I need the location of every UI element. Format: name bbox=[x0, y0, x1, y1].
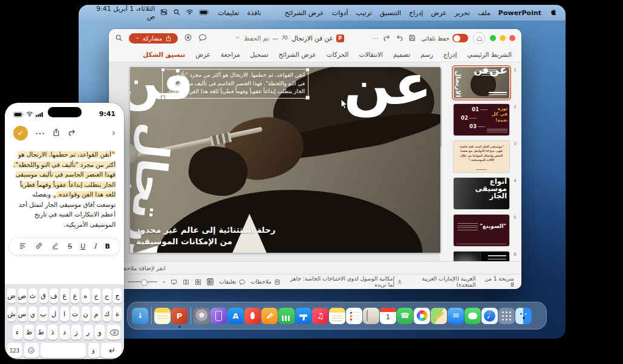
redo-icon[interactable] bbox=[383, 34, 391, 43]
comment-icon[interactable] bbox=[198, 33, 207, 43]
highlighted-text[interactable]: أتقن القواعد، ثم حطمها. الارتجال هو أكثر… bbox=[13, 151, 116, 198]
iphone-document-text[interactable]: أتقن القواعد، ثم حطمها. الارتجال هو أكثر… bbox=[5, 143, 124, 230]
return-key[interactable] bbox=[101, 343, 122, 358]
italic-button[interactable]: I bbox=[94, 242, 96, 250]
dock-app-rocket[interactable] bbox=[244, 308, 261, 324]
share-button[interactable]: مشاركة bbox=[129, 33, 178, 44]
keyboard-key[interactable]: س bbox=[18, 307, 27, 322]
dock-app-music[interactable]: ♫ bbox=[312, 308, 328, 324]
slide-thumbnail-1[interactable]: عن فن الارتجال bbox=[454, 67, 509, 99]
minimize-button[interactable] bbox=[500, 35, 506, 41]
keyboard-key[interactable]: غ bbox=[60, 288, 69, 304]
menu-format[interactable]: التنسيق bbox=[380, 9, 401, 17]
keyboard-key[interactable]: و bbox=[95, 325, 105, 340]
menu-help[interactable]: تعليمات bbox=[218, 9, 239, 17]
language-status[interactable]: العربية (الإمارات العربية المتحدة) bbox=[411, 276, 476, 288]
link-icon[interactable] bbox=[35, 241, 43, 252]
tab-insert[interactable]: إدراج bbox=[443, 51, 457, 58]
keyboard-key[interactable]: ع bbox=[71, 288, 79, 304]
undo-icon[interactable] bbox=[396, 34, 403, 43]
zoom-slider[interactable] bbox=[128, 281, 157, 282]
dock-app-stickies[interactable] bbox=[154, 308, 171, 324]
save-icon[interactable] bbox=[408, 34, 416, 43]
selection-handle-start[interactable] bbox=[112, 151, 115, 154]
redo-icon[interactable] bbox=[68, 128, 76, 139]
notes-button[interactable]: ملاحظات bbox=[251, 279, 281, 285]
dock-app-notes[interactable] bbox=[329, 308, 345, 324]
record-icon[interactable] bbox=[184, 33, 192, 43]
strikethrough-button[interactable]: S bbox=[68, 242, 72, 250]
slide-thumbnail-3[interactable]: "موسيقى الجاز أشبه بلغة خاصة، فهي تتيح ل… bbox=[454, 141, 509, 172]
dock-divider[interactable] bbox=[188, 305, 193, 326]
keyboard-key[interactable]: ت bbox=[71, 307, 79, 322]
dock-app-contacts[interactable] bbox=[363, 308, 379, 324]
keyboard-key[interactable]: ر bbox=[83, 325, 93, 340]
tab-home[interactable]: الشريط الرئيسي bbox=[467, 51, 512, 58]
slide-thumbnail-6[interactable] bbox=[454, 252, 509, 261]
slide-1-main[interactable]: عن فن الارتجال أتقن القواعد، ثم حطمها. ا… bbox=[130, 67, 440, 253]
comments-button[interactable]: تعليقات bbox=[219, 279, 245, 285]
keyboard-key[interactable]: خ bbox=[92, 288, 100, 304]
dock-app-photos[interactable] bbox=[414, 308, 430, 324]
tab-shape-format[interactable]: تنسيق الشكل bbox=[143, 51, 185, 58]
dock-divider[interactable] bbox=[149, 305, 154, 326]
tab-transitions[interactable]: الانتقالات bbox=[359, 51, 383, 58]
chevron-down-icon[interactable] bbox=[235, 34, 241, 42]
keyboard-key[interactable]: ح bbox=[103, 288, 111, 304]
slide-caption[interactable]: رحلة استثنائية إلى عالم غير محدود من الإ… bbox=[136, 224, 276, 248]
tab-draw[interactable]: رسم bbox=[420, 51, 433, 58]
highlight-pen-icon[interactable] bbox=[51, 241, 59, 252]
dock-app-reminders[interactable] bbox=[346, 308, 362, 324]
tab-record[interactable]: تسجيل bbox=[250, 51, 269, 58]
menu-arrange[interactable]: ترتيب bbox=[356, 9, 371, 17]
dock-app-powerpoint[interactable]: P bbox=[171, 308, 188, 324]
done-button[interactable]: ✓ bbox=[13, 126, 28, 140]
dock-app-iphone-mirroring[interactable] bbox=[210, 308, 227, 324]
keyboard-key[interactable]: ه bbox=[82, 288, 90, 304]
keyboard-key[interactable]: ث bbox=[28, 288, 37, 304]
menu-window[interactable]: نافذة bbox=[247, 9, 261, 17]
tab-design[interactable]: تصميم bbox=[393, 51, 410, 58]
dock-app-phone[interactable]: ☎ bbox=[397, 308, 413, 324]
dock-downloads-folder[interactable]: ↓ bbox=[132, 308, 148, 324]
menu-edit[interactable]: تحرير bbox=[455, 9, 470, 17]
keyboard-key[interactable]: ن bbox=[82, 307, 90, 322]
slide-body-textbox-selected[interactable]: أتقن القواعد، ثم حطمها. الارتجال هو أكثر… bbox=[162, 69, 308, 99]
dock-app-app-store[interactable]: A bbox=[227, 308, 244, 324]
list-format-icon[interactable] bbox=[19, 241, 27, 252]
slide-thumbnail-2[interactable]: ثورة في كل نغمة! 01 02 03 bbox=[454, 104, 509, 135]
keyboard-key[interactable]: ص bbox=[18, 288, 27, 304]
menu-view[interactable]: عرض bbox=[431, 9, 447, 17]
keyboard-key[interactable]: ق bbox=[39, 288, 48, 304]
zoom-slider-knob[interactable] bbox=[141, 279, 148, 286]
document-title[interactable]: عن فن الارتجال bbox=[292, 34, 333, 42]
apple-logo-icon[interactable] bbox=[549, 8, 557, 18]
hamza-key[interactable]: ؤ bbox=[88, 343, 99, 358]
menubar-datetime[interactable]: الثلاثاء، 1 أبريل 9:41 ص bbox=[87, 5, 155, 21]
close-button[interactable] bbox=[509, 35, 515, 41]
dock-app-safari[interactable] bbox=[481, 308, 498, 324]
dock-app-pages[interactable] bbox=[261, 308, 278, 324]
normal-view-button[interactable] bbox=[207, 278, 214, 285]
keyboard-key[interactable]: ج bbox=[113, 288, 122, 304]
numbers-key[interactable]: 123 bbox=[7, 343, 22, 358]
dock-app-finder[interactable] bbox=[515, 308, 532, 324]
autosave-toggle[interactable] bbox=[452, 34, 468, 42]
keyboard-key[interactable]: ل bbox=[50, 307, 58, 322]
search-icon[interactable] bbox=[115, 34, 123, 43]
spotlight-search-icon[interactable] bbox=[173, 8, 180, 18]
menu-tools[interactable]: أدوات bbox=[332, 9, 348, 17]
dock-app-launchpad[interactable] bbox=[498, 308, 515, 324]
keyboard-key[interactable]: م bbox=[92, 307, 100, 322]
control-center-icon[interactable] bbox=[160, 8, 168, 18]
emoji-key[interactable] bbox=[24, 343, 39, 358]
dock-app-maps[interactable] bbox=[431, 308, 447, 324]
slide-thumbnail-5[interactable]: "السوينغ" bbox=[454, 215, 509, 246]
dock-app-messages[interactable] bbox=[465, 308, 481, 324]
slideshow-view-button[interactable] bbox=[171, 278, 177, 285]
dock-app-system-settings[interactable] bbox=[194, 308, 210, 324]
wifi-icon[interactable] bbox=[186, 8, 194, 18]
backspace-key[interactable] bbox=[107, 325, 120, 340]
keyboard-key[interactable]: ذ bbox=[48, 325, 57, 340]
keyboard-key[interactable]: ف bbox=[50, 288, 58, 304]
